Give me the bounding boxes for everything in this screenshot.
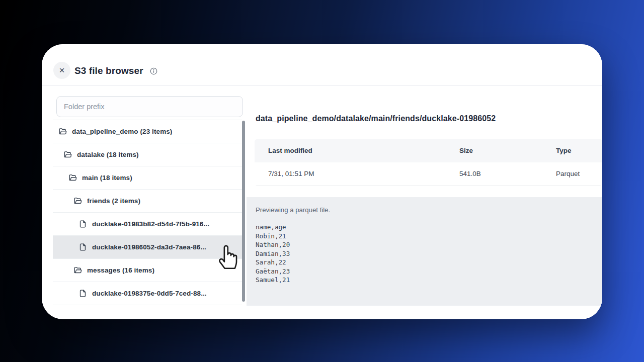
folder-open-icon	[68, 173, 77, 182]
tree-item-label: ducklake-01986052-da3d-7aea-86...	[92, 243, 206, 251]
modal-header: × S3 file browser	[42, 44, 602, 86]
folder-open-icon	[73, 266, 82, 275]
tree-item-file[interactable]: ducklake-0198375e-0dd5-7ced-88...	[53, 282, 242, 305]
preview-caption: Previewing a parquet file.	[256, 206, 330, 214]
file-preview-content: name,age Robin,21 Nathan,20 Damian,33 Sa…	[256, 223, 290, 285]
tree-item-folder[interactable]: datalake (18 items)	[53, 143, 242, 166]
folder-open-icon	[63, 150, 72, 159]
table-column-header: Last modified	[255, 139, 446, 162]
tree-item-label: messages (16 items)	[87, 266, 154, 274]
table-column-header: Size	[446, 139, 542, 162]
file-icon	[78, 243, 87, 251]
tree-item-label: ducklake-01983b82-d54d-7f5b-916...	[92, 220, 209, 228]
tree-item-folder[interactable]: messages (16 items)	[53, 259, 242, 282]
close-icon: ×	[59, 65, 64, 75]
table-data-row[interactable]: 7/31, 01:51 PM541.0BParquet	[255, 162, 602, 186]
tree-item-label: data_pipeline_demo (23 items)	[72, 128, 172, 135]
table-column-header: Type	[542, 139, 602, 162]
file-preview-panel: Previewing a parquet file. name,age Robi…	[247, 197, 602, 306]
tree-item-label: main (18 items)	[82, 174, 132, 182]
folder-open-icon	[58, 127, 67, 136]
tree-item-folder[interactable]: data_pipeline_demo (23 items)	[53, 120, 242, 143]
tree-item-label: datalake (18 items)	[77, 151, 139, 158]
tree-scrollbar[interactable]	[242, 121, 245, 302]
tree-item-file[interactable]: ducklake-01986052-da3d-7aea-86...	[53, 236, 242, 259]
s3-file-browser-modal: × S3 file browser data_pipeline_demo (23…	[42, 44, 602, 319]
file-icon	[78, 289, 87, 298]
table-cell: 7/31, 01:51 PM	[255, 162, 446, 186]
file-details-table: Last modifiedSizeType 7/31, 01:51 PM541.…	[255, 139, 602, 186]
selected-object-path: data_pipeline_demo/datalake/main/friends…	[256, 114, 496, 123]
table-cell: Parquet	[542, 162, 602, 186]
table-header-row: Last modifiedSizeType	[255, 139, 602, 162]
folder-prefix-input[interactable]	[56, 96, 243, 117]
tree-item-folder[interactable]: friends (2 items)	[53, 190, 242, 213]
modal-title: S3 file browser	[74, 65, 143, 76]
table-cell: 541.0B	[446, 162, 542, 186]
tree-item-label: friends (2 items)	[87, 197, 140, 205]
tree-item-label: ducklake-0198375e-0dd5-7ced-88...	[92, 290, 207, 297]
info-icon[interactable]	[150, 67, 157, 75]
file-icon	[78, 220, 87, 228]
detail-panel: data_pipeline_demo/datalake/main/friends…	[247, 86, 602, 319]
tree-item-file[interactable]: ducklake-01983b82-d54d-7f5b-916...	[53, 213, 242, 236]
close-button[interactable]: ×	[53, 62, 70, 79]
file-tree: data_pipeline_demo (23 items)datalake (1…	[53, 120, 242, 305]
folder-open-icon	[73, 197, 82, 205]
desktop-background: × S3 file browser data_pipeline_demo (23…	[0, 0, 644, 362]
tree-item-folder[interactable]: main (18 items)	[53, 166, 242, 190]
